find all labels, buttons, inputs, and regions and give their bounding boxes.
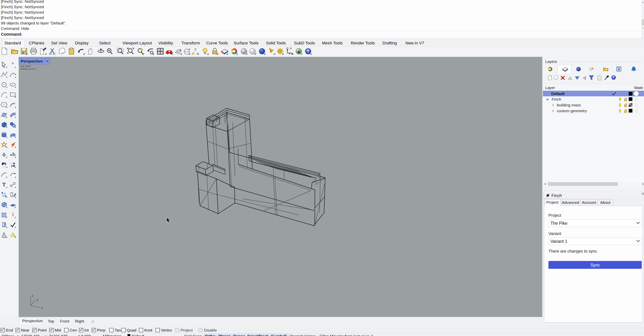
svg-text:x: x	[41, 306, 43, 310]
svg-text:?: ?	[613, 76, 615, 79]
svg-text:z: z	[32, 293, 34, 298]
svg-text:T: T	[2, 182, 6, 188]
svg-text:?: ?	[618, 68, 620, 70]
svg-text:?: ?	[307, 49, 310, 54]
svg-text:y: y	[36, 297, 38, 302]
